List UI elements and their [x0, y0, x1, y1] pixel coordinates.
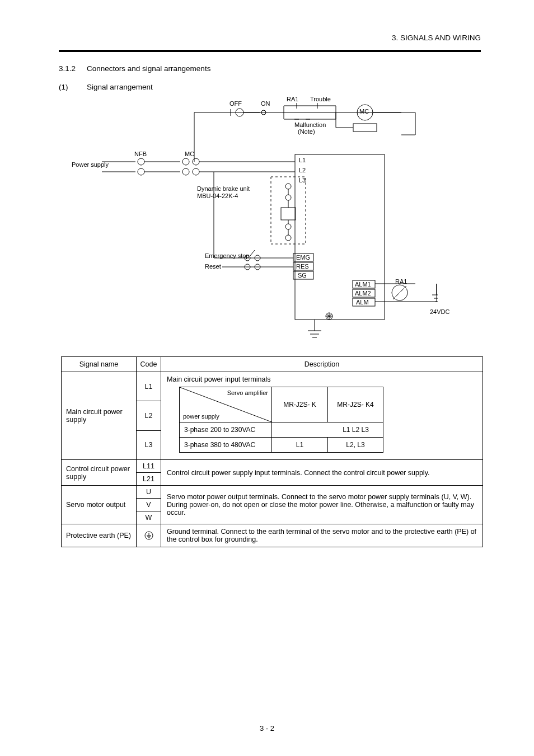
chapter-text: 3. SIGNALS AND WIRING	[392, 34, 481, 42]
inner-diag-cell: Servo amplifier power supply	[180, 387, 272, 422]
label-nfb: NFB	[134, 151, 147, 157]
inner-r2-b: L2, L3	[328, 438, 383, 452]
row-main-power-codes: L1 L2 L3	[137, 372, 161, 459]
inner-h3: MR-J2S- K4	[328, 387, 383, 422]
th-desc: Description	[161, 357, 483, 372]
svg-point-16	[285, 235, 291, 241]
row-servo-desc: Servo motor power output terminals. Conn…	[161, 486, 483, 524]
svg-point-5	[138, 168, 144, 175]
svg-point-4	[138, 158, 144, 165]
svg-rect-14	[281, 208, 296, 220]
svg-point-12	[285, 184, 291, 189]
svg-point-7	[193, 158, 199, 165]
row-servo-label: Servo motor output	[62, 486, 137, 524]
svg-rect-10	[295, 154, 385, 320]
svg-rect-3	[353, 124, 377, 132]
row-main-power-desc: Main circuit power input terminals Servo…	[161, 372, 483, 459]
label-sg: SG	[298, 272, 307, 279]
label-alm2: ALM2	[355, 290, 371, 297]
label-som-note: (Note)	[298, 128, 315, 135]
inner-r2-label: 3-phase 380 to 480VAC	[180, 438, 272, 452]
page-number: 3 - 2	[0, 724, 534, 732]
row-main-power-label: Main circuit power supply	[62, 372, 137, 459]
label-mc-left: MC	[185, 151, 194, 157]
code-l2: L2	[137, 401, 161, 430]
row-ctrl-desc: Control circuit power supply input termi…	[161, 460, 483, 485]
row-pe-desc: Ground terminal. Connect to the earth te…	[161, 524, 483, 547]
row-ctrl-codes: L11 L21	[137, 460, 161, 485]
chapter-header: 3. SIGNALS AND WIRING	[59, 34, 481, 42]
label-off: OFF	[229, 100, 242, 107]
section-title: Connectors and signal arrangements	[87, 64, 210, 73]
label-trouble: Trouble	[310, 96, 331, 102]
code-v: V	[137, 498, 161, 511]
inner-r1-a: L1 L2 L3	[343, 426, 369, 434]
label-dbu-title: Dynamic brake unit	[197, 185, 250, 192]
label-l2: L2	[299, 167, 306, 173]
inner-bl: power supply	[183, 413, 219, 420]
svg-point-15	[285, 224, 291, 229]
code-w: W	[137, 511, 161, 524]
label-ra1b: RA1	[395, 278, 407, 285]
intro-text: Signal arrangement	[87, 83, 153, 91]
label-24v: 24VDC	[430, 308, 449, 315]
row-ctrl-label: Control circuit power supply	[62, 460, 137, 485]
inner-power-table: Servo amplifier power supply MR-J2S- K M…	[179, 387, 383, 453]
label-dbu: MBU-04-22K-4	[197, 192, 238, 199]
label-power: Power supply	[72, 161, 109, 168]
inner-r2-a: L1	[272, 438, 328, 452]
inner-r1-label: 3-phase 200 to 230VAC	[180, 422, 272, 437]
code-l3: L3	[137, 430, 161, 459]
label-l3: L3	[299, 177, 306, 184]
diagram-svg	[102, 101, 438, 342]
wiring-diagram: OFF ON RA1 Trouble Malfunction (Note) MC…	[102, 101, 438, 342]
code-l1: L1	[137, 372, 161, 401]
label-alm1: ALM1	[355, 281, 371, 288]
svg-point-13	[285, 195, 291, 200]
svg-point-8	[182, 168, 189, 175]
earth-icon	[144, 531, 153, 540]
code-u: U	[137, 486, 161, 498]
code-l11: L11	[137, 460, 161, 472]
header-rule	[59, 50, 481, 52]
inner-tr: Servo amplifier	[227, 389, 268, 396]
th-code: Code	[137, 357, 161, 372]
label-som1: Malfunction	[294, 121, 326, 128]
label-mc-right: MC	[359, 108, 369, 115]
inner-h2: MR-J2S- K	[272, 387, 328, 422]
signal-table: Signal name Code Description Main circui…	[61, 356, 483, 547]
row-servo-codes: U V W	[137, 486, 161, 524]
label-alm: ALM	[356, 299, 369, 306]
label-ra1-top: RA1	[287, 96, 298, 102]
label-reset-btn: Reset	[205, 263, 221, 270]
intro-bullet: (1)	[59, 83, 87, 91]
label-emg: EMG	[296, 254, 310, 261]
label-on: ON	[261, 100, 270, 107]
main-power-lead: Main circuit power input terminals	[167, 375, 477, 383]
label-res: RES	[296, 263, 309, 270]
label-l1: L1	[299, 157, 306, 163]
svg-point-6	[182, 158, 189, 165]
code-l21: L21	[137, 472, 161, 485]
code-pe	[137, 524, 161, 547]
label-emg-btn: Emergency stop	[205, 252, 249, 259]
svg-point-9	[193, 168, 199, 175]
row-pe-label: Protective earth (PE)	[62, 524, 137, 547]
th-signal: Signal name	[62, 357, 137, 372]
section-number: 3.1.2	[59, 64, 87, 73]
